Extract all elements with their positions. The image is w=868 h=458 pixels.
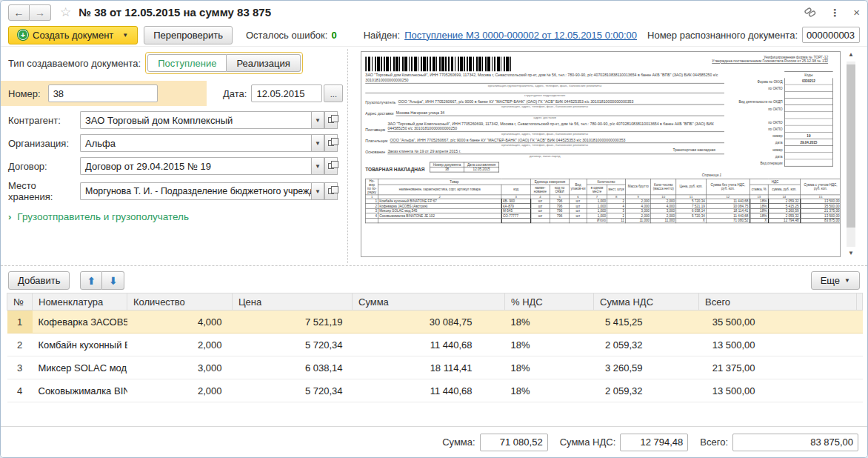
col-price[interactable]: Цена	[233, 293, 353, 311]
contract-dropdown-icon[interactable]: ▼	[311, 157, 324, 175]
cell[interactable]: 2,000	[127, 379, 233, 402]
cell[interactable]: 2 059,32	[594, 333, 699, 356]
cell[interactable]: 30 084,75	[353, 311, 505, 333]
codes-cell	[784, 119, 833, 125]
cell[interactable]: 18 114,41	[353, 356, 505, 379]
scanned-document-image[interactable]: Унифицированная форма № ТОРГ-12 Утвержде…	[361, 51, 841, 257]
cell[interactable]: 21 375,00	[699, 356, 857, 379]
col-quantity[interactable]: Количество	[127, 293, 233, 311]
cell[interactable]: Соковыжималка BIN...	[33, 379, 127, 402]
cell[interactable]: 7 521,19	[233, 311, 353, 333]
command-bar: + Создать документ ▼ Перепроверить Остал…	[1, 24, 867, 47]
number-input[interactable]	[48, 84, 158, 102]
col-total[interactable]: Всего	[699, 293, 857, 311]
cell[interactable]: Комбайн кухонный BI...	[33, 333, 127, 356]
cell[interactable]: 11 440,68	[353, 379, 505, 402]
shipper-consignee-expander[interactable]: › Грузоотправитель и грузополучатель	[8, 211, 346, 222]
forward-button[interactable]: →	[30, 4, 51, 21]
scrollbar-thumb[interactable]	[847, 64, 855, 228]
counterparty-dropdown-icon[interactable]: ▼	[311, 111, 324, 129]
codes-label: дата	[673, 141, 783, 145]
cell[interactable]: 4	[7, 379, 33, 402]
cell[interactable]: 3	[7, 356, 33, 379]
cell[interactable]: 18%	[505, 356, 594, 379]
found-document-link[interactable]: Поступление МЗ 0000-000002 от 12.05.2015…	[404, 30, 637, 41]
table-row[interactable]: 2Комбайн кухонный BI...2,0005 720,3411 4…	[7, 333, 863, 356]
doc-type-toggle: Поступление Реализация	[145, 52, 303, 74]
create-document-button[interactable]: + Создать документ ▼	[8, 26, 138, 44]
more-menu-icon[interactable]: ⋮	[829, 7, 840, 19]
cell[interactable]: 3,000	[127, 356, 233, 379]
cell[interactable]: 13 500,00	[699, 379, 857, 402]
move-up-button[interactable]: ⬆	[80, 271, 102, 290]
cell[interactable]: 35 500,00	[699, 311, 857, 333]
link-icon[interactable]	[804, 5, 816, 20]
table-row[interactable]: 3Миксер SOLAC мод....3,0006 038,1418 114…	[7, 356, 863, 379]
date-choose-button[interactable]: ...	[324, 84, 343, 102]
col-vat-sum[interactable]: Сумма НДС	[594, 293, 699, 311]
storage-value[interactable]: Моргунова Т. И. - Подразделение бюджетно…	[80, 182, 311, 200]
col-vat-percent[interactable]: % НДС	[505, 293, 594, 311]
codes-label: Вид операции	[673, 162, 783, 165]
recheck-button[interactable]: Перепроверить	[144, 26, 233, 44]
horizontal-splitter[interactable]	[1, 265, 867, 266]
totals-footer: Сумма: 71 080,52 Сумма НДС: 12 794,48 Вс…	[1, 426, 867, 457]
organization-value[interactable]: Альфа	[80, 134, 311, 152]
contract-open-icon[interactable]	[324, 157, 338, 175]
cell[interactable]: 5 720,34	[233, 379, 353, 402]
codes-row: Вид деятельности по ОКДП	[673, 99, 833, 105]
counterparty-open-icon[interactable]	[324, 111, 338, 129]
cell[interactable]: 18%	[505, 333, 594, 356]
col-sum[interactable]: Сумма	[353, 293, 505, 311]
grand-total-field[interactable]: 83 875,00	[732, 434, 858, 451]
organization-open-icon[interactable]	[324, 134, 338, 152]
cell[interactable]: 6 038,14	[233, 356, 353, 379]
cell[interactable]: 11 440,68	[353, 333, 505, 356]
cell[interactable]: 13 500,00	[699, 333, 857, 356]
cell[interactable]: 3 260,59	[594, 356, 699, 379]
items-section: Добавить ⬆ ⬇ Еще ▼ № Номенклатура Количе…	[1, 268, 867, 457]
vertical-splitter[interactable]	[347, 49, 348, 263]
table-row[interactable]: 1Кофеварка ЗАСОВ5 (...4,0007 521,1930 08…	[7, 311, 863, 333]
cell[interactable]: Миксер SOLAC мод....	[33, 356, 127, 379]
more-button[interactable]: Еще ▼	[811, 271, 860, 290]
add-row-button[interactable]: Добавить	[8, 271, 70, 290]
recognized-number-input[interactable]	[802, 27, 860, 43]
preview-scrollbar[interactable]: ▲ ▼	[845, 50, 857, 259]
col-number[interactable]: №	[7, 293, 33, 311]
cell[interactable]: 18%	[505, 311, 594, 333]
filler-cell	[857, 311, 863, 333]
cell[interactable]: 2 059,32	[594, 379, 699, 402]
counterparty-value[interactable]: ЗАО Торговый дом Комплексный	[80, 111, 311, 129]
doc-type-label: Тип создаваемого документа:	[8, 58, 141, 69]
storage-dropdown-icon[interactable]: ▼	[311, 182, 324, 200]
cell[interactable]: 4,000	[127, 311, 233, 333]
move-down-button[interactable]: ⬇	[102, 271, 124, 290]
date-input[interactable]	[251, 84, 322, 102]
cell[interactable]: 2,000	[127, 333, 233, 356]
doc-type-receipt-button[interactable]: Поступление	[147, 54, 227, 72]
scroll-up-icon[interactable]: ▲	[845, 50, 857, 60]
cell[interactable]: 18%	[505, 379, 594, 402]
col-nomenclature[interactable]: Номенклатура	[33, 293, 127, 311]
organization-dropdown-icon[interactable]: ▼	[311, 134, 324, 152]
storage-open-icon[interactable]	[324, 182, 338, 200]
sum-total-field[interactable]: 71 080,52	[480, 434, 548, 451]
page-label: Страница 1	[365, 173, 724, 177]
table-row[interactable]: 4Соковыжималка BIN...2,0005 720,3411 440…	[7, 379, 863, 402]
contract-value[interactable]: Договор от 29.04.2015 № 19	[80, 157, 311, 175]
cell[interactable]: Кофеварка ЗАСОВ5 (...	[33, 311, 127, 333]
cell[interactable]: 5 415,25	[594, 311, 699, 333]
cell[interactable]: 2	[7, 333, 33, 356]
cell[interactable]: 1	[7, 311, 33, 333]
cell[interactable]: 5 720,34	[233, 333, 353, 356]
scan-cell	[501, 218, 530, 223]
doc-type-sale-button[interactable]: Реализация	[227, 54, 300, 72]
favorite-star-icon[interactable]: ☆	[60, 4, 71, 20]
vat-total-field[interactable]: 12 794,48	[620, 434, 688, 451]
scroll-down-icon[interactable]: ▼	[845, 248, 857, 259]
receipt-label: Поступление	[158, 58, 216, 69]
back-button[interactable]: ←	[8, 4, 30, 21]
close-icon[interactable]: ×	[853, 6, 860, 19]
codes-row: Форма по ОКУД0330212	[673, 78, 833, 84]
